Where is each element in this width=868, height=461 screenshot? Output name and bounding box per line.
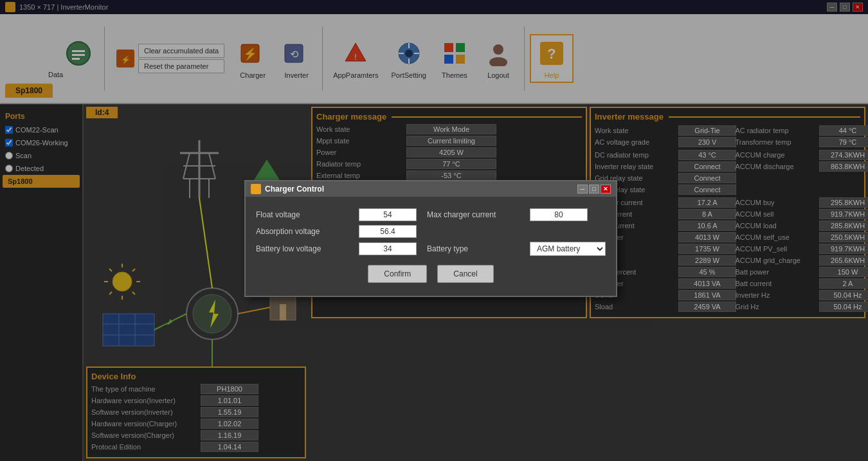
float-voltage-input[interactable] xyxy=(359,208,417,221)
dialog-overlay: Charger Control ─ □ ✕ Float voltage Max … xyxy=(0,0,868,461)
dialog-title-bar: Charger Control ─ □ ✕ xyxy=(246,181,616,197)
charger-control-dialog: Charger Control ─ □ ✕ Float voltage Max … xyxy=(244,180,617,297)
dialog-title-text: Charger Control xyxy=(265,185,324,194)
absorption-voltage-input[interactable] xyxy=(359,225,417,238)
battery-type-select[interactable]: AGM battery Flooded battery User defined xyxy=(530,242,606,256)
dialog-maximize-btn[interactable]: □ xyxy=(589,185,599,194)
absorption-voltage-label: Absorption voltage xyxy=(256,227,359,236)
float-voltage-label: Float voltage xyxy=(256,210,359,219)
dialog-body: Float voltage Max charger current Absorp… xyxy=(246,197,616,296)
dialog-buttons: Confirm Cancel xyxy=(256,260,606,288)
float-voltage-row: Float voltage Max charger current xyxy=(256,208,606,221)
dialog-window-controls[interactable]: ─ □ ✕ xyxy=(577,185,611,194)
max-charger-current-input[interactable] xyxy=(530,208,588,221)
battery-low-voltage-row: Battery low voltage Battery type AGM bat… xyxy=(256,242,606,256)
dialog-icon xyxy=(251,184,261,194)
battery-low-voltage-input[interactable] xyxy=(359,242,417,255)
max-charger-current-label: Max charger current xyxy=(427,210,530,219)
dialog-close-btn[interactable]: ✕ xyxy=(601,185,611,194)
battery-type-label: Battery type xyxy=(427,244,530,253)
battery-low-voltage-label: Battery low voltage xyxy=(256,244,359,253)
confirm-button[interactable]: Confirm xyxy=(368,265,427,283)
cancel-button[interactable]: Cancel xyxy=(437,265,493,283)
dialog-minimize-btn[interactable]: ─ xyxy=(577,185,588,194)
absorption-voltage-row: Absorption voltage xyxy=(256,225,606,238)
